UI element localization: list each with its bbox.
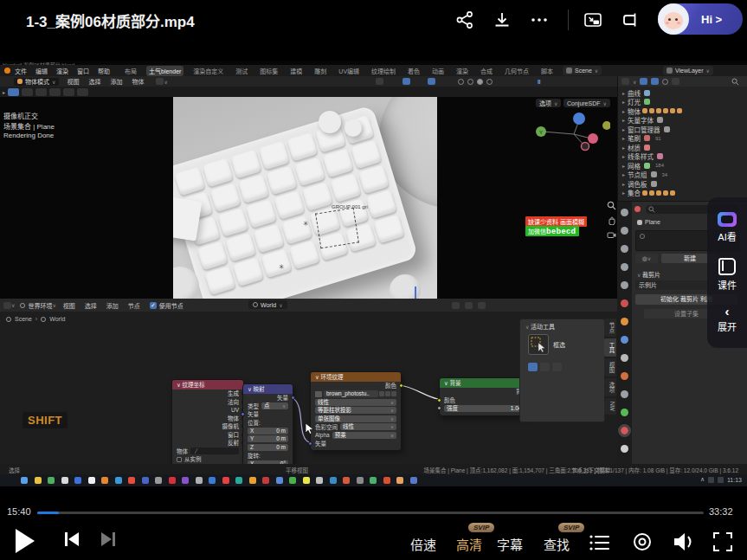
expand-arrow-icon[interactable]: ▸ bbox=[622, 163, 625, 169]
taskbar-app-icon[interactable] bbox=[276, 477, 283, 484]
search-icon[interactable] bbox=[731, 78, 739, 86]
side-tab-工具[interactable]: 工具 bbox=[604, 338, 616, 357]
wireframe-shading-icon[interactable] bbox=[458, 79, 464, 85]
menu-item[interactable]: 窗口 bbox=[77, 67, 89, 75]
speed-button[interactable]: 倍速 bbox=[410, 535, 436, 553]
taskbar-app-icon[interactable] bbox=[249, 477, 256, 484]
volume-icon[interactable] bbox=[673, 532, 696, 551]
play-button[interactable] bbox=[14, 528, 36, 554]
world-datablock-selector[interactable]: World ∨ bbox=[248, 300, 287, 309]
properties-tab[interactable] bbox=[621, 227, 628, 235]
filter-toggle-icon[interactable] bbox=[640, 78, 647, 85]
properties-tab[interactable] bbox=[621, 209, 628, 216]
material-shading-icon[interactable] bbox=[477, 79, 483, 85]
value-slot[interactable]: Y0 m bbox=[248, 435, 288, 442]
scene-selector[interactable]: Scene ∨ bbox=[563, 66, 602, 75]
workspace-tab[interactable]: 渲染 bbox=[454, 66, 471, 76]
workspace-tab[interactable]: 雕刻 bbox=[312, 66, 329, 76]
taskbar-app-icon[interactable] bbox=[222, 477, 229, 484]
mode-dropdown[interactable]: 物体模式 ∨ bbox=[14, 78, 59, 86]
workspace-tab[interactable]: 合成 bbox=[478, 66, 495, 76]
node-row-out[interactable]: UV bbox=[172, 406, 243, 415]
shader-type-label[interactable]: 世界环境 bbox=[28, 301, 52, 310]
dock-side-icon[interactable] bbox=[621, 10, 640, 29]
input-socket[interactable] bbox=[437, 398, 441, 402]
outliner-row[interactable]: ▸笔刷91 bbox=[618, 134, 747, 144]
node-row-slot[interactable]: 强度1.040 bbox=[440, 404, 531, 413]
expand-arrow-icon[interactable]: ▸ bbox=[622, 108, 625, 114]
taskbar-app-icon[interactable] bbox=[196, 477, 203, 484]
menu-item[interactable]: 文件 bbox=[15, 67, 27, 75]
browse-icon[interactable] bbox=[385, 391, 390, 396]
select-new-mode-icon[interactable] bbox=[528, 363, 538, 371]
pause-icon[interactable]: ‖ bbox=[538, 78, 541, 86]
dropdown-slot[interactable]: 点∨ bbox=[261, 402, 288, 409]
dropdown-slot[interactable]: 预乘∨ bbox=[332, 432, 396, 439]
camera-view-icon[interactable] bbox=[607, 230, 616, 240]
taskbar-app-icon[interactable] bbox=[88, 477, 95, 484]
workspace-tab[interactable]: 纹理绘制 bbox=[369, 66, 398, 76]
workspace-tab[interactable]: 土气blender bbox=[146, 66, 184, 76]
taskbar-app-icon[interactable] bbox=[101, 477, 108, 484]
snap-icon[interactable] bbox=[465, 302, 473, 309]
node-row-drop[interactable]: 线性∨ bbox=[311, 398, 401, 407]
outliner-row[interactable]: ▸集合 bbox=[618, 189, 747, 198]
dropdown-slot[interactable]: 单张图像∨ bbox=[315, 415, 396, 422]
taskbar-app-icon[interactable] bbox=[316, 477, 323, 484]
side-tab-选项[interactable]: 选项 bbox=[604, 378, 616, 396]
system-tray[interactable]: ∧ 11:13 bbox=[700, 476, 742, 483]
box-select-tool-button[interactable] bbox=[528, 334, 549, 355]
taskbar-app-icon[interactable] bbox=[61, 477, 68, 484]
properties-tab[interactable] bbox=[621, 281, 628, 289]
side-tab-节点[interactable]: 节点 bbox=[604, 319, 616, 337]
dock-item-ai[interactable]: AI看 bbox=[718, 212, 737, 243]
quality-button[interactable]: 高清 bbox=[456, 535, 482, 553]
workspace-tab[interactable]: UV编辑 bbox=[336, 66, 362, 76]
orientation-icon[interactable] bbox=[376, 78, 383, 85]
properties-tab[interactable] bbox=[621, 445, 628, 453]
material-dropdown[interactable]: ◍∨ bbox=[635, 254, 658, 263]
seek-bar[interactable] bbox=[37, 512, 704, 514]
previous-episode-button[interactable] bbox=[64, 531, 80, 547]
playlist-icon[interactable] bbox=[589, 534, 610, 551]
next-episode-button[interactable] bbox=[100, 531, 116, 547]
account-button[interactable]: Hi > bbox=[658, 3, 743, 35]
node-row-out[interactable]: 矢量 bbox=[243, 394, 293, 402]
value-slot[interactable]: X0 m bbox=[248, 428, 288, 434]
workspace-tab[interactable]: 脚本 bbox=[538, 66, 556, 76]
snap-toggle-icon[interactable] bbox=[402, 78, 410, 85]
select-invert-icon[interactable] bbox=[63, 88, 74, 96]
taskbar-app-icon[interactable] bbox=[410, 477, 417, 484]
properties-tab[interactable] bbox=[621, 299, 628, 307]
node-header[interactable]: ∨ 背景 bbox=[440, 378, 531, 388]
node-row-in[interactable]: 矢量 bbox=[243, 410, 293, 419]
node-row-out[interactable]: 法向 bbox=[172, 398, 243, 407]
input-socket[interactable] bbox=[437, 406, 441, 410]
input-socket[interactable] bbox=[308, 441, 312, 446]
node-row-out[interactable]: 颜色 bbox=[311, 382, 401, 390]
dock-item-expand[interactable]: ‹ 展开 bbox=[718, 306, 737, 333]
outliner-row[interactable]: ▸灯光 bbox=[618, 98, 747, 107]
taskbar-app-icon[interactable] bbox=[115, 477, 122, 484]
dock-item-courseware[interactable]: 课件 bbox=[718, 258, 737, 292]
proportional-edit-icon[interactable] bbox=[428, 78, 435, 85]
pan-hand-icon[interactable] bbox=[607, 216, 616, 225]
node-editor-menu-item[interactable]: 节点 bbox=[128, 301, 140, 310]
value-slot[interactable]: 强度1.040 bbox=[444, 405, 527, 412]
node-row-drop[interactable]: 等距柱状投影∨ bbox=[311, 407, 401, 415]
node-row-out[interactable]: 反射 bbox=[172, 439, 243, 447]
expand-arrow-icon[interactable]: ▸ bbox=[622, 135, 625, 141]
outliner-row[interactable]: ▸材质 bbox=[618, 143, 747, 152]
zoom-tool-icon[interactable] bbox=[607, 201, 616, 210]
outliner-row[interactable]: ▸线条样式 bbox=[618, 152, 747, 162]
outliner-row[interactable]: ▸节点组34 bbox=[618, 171, 747, 180]
taskbar-app-icon[interactable] bbox=[209, 477, 216, 484]
node-row-in[interactable]: 颜色 bbox=[440, 396, 531, 405]
outliner-row[interactable]: ▸网格184 bbox=[618, 161, 747, 171]
picture-in-picture-icon[interactable] bbox=[583, 10, 602, 29]
rendered-shading-icon[interactable] bbox=[486, 79, 493, 85]
outliner-row[interactable]: ▸窗口管理器 bbox=[618, 125, 747, 134]
taskbar-app-icon[interactable] bbox=[35, 477, 42, 484]
close-icon[interactable] bbox=[391, 391, 396, 396]
filter-toggle-icon[interactable] bbox=[651, 78, 659, 85]
